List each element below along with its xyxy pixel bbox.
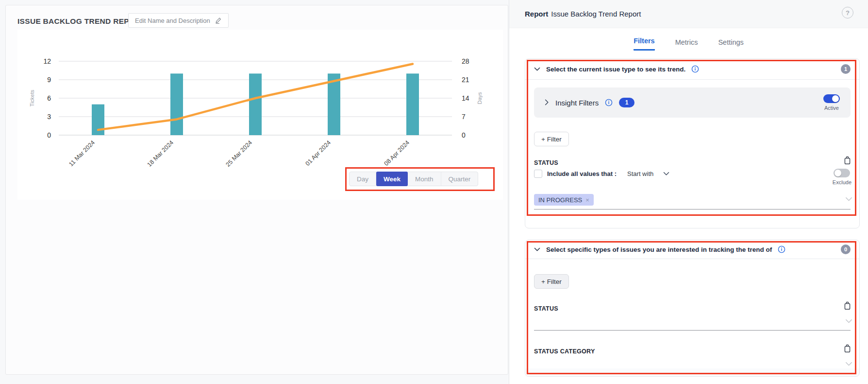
values-dropdown-chevron-icon[interactable]	[845, 197, 852, 202]
granularity-quarter-button[interactable]: Quarter	[441, 172, 478, 186]
panel-header-label: Report	[525, 10, 548, 18]
status-value-label: IN PROGRESS	[538, 196, 582, 204]
remove-value-icon[interactable]: ×	[585, 196, 589, 204]
select-underline	[534, 209, 851, 209]
include-all-checkbox[interactable]	[534, 170, 542, 178]
help-icon[interactable]: ?	[842, 7, 853, 18]
svg-text:0: 0	[462, 131, 466, 139]
delete-status-filter-button[interactable]	[843, 156, 851, 165]
include-all-label: Include all values that :	[547, 170, 617, 177]
filter-section-current-issue-type: Select the current issue type to see its…	[525, 58, 860, 228]
delete-status-category-filter-button[interactable]	[843, 344, 851, 353]
info-icon[interactable]	[778, 245, 785, 253]
svg-text:Tickets: Tickets	[29, 89, 35, 106]
active-toggle-label: Active	[824, 105, 839, 111]
svg-text:11 Mar 2024: 11 Mar 2024	[67, 139, 96, 168]
panel-header: Report Issue Backlog Trend Report	[509, 0, 868, 28]
operator-select[interactable]: Start with	[627, 170, 669, 177]
chevron-right-icon[interactable]	[545, 99, 549, 106]
chevron-down-icon[interactable]	[534, 67, 540, 71]
svg-text:14: 14	[462, 94, 469, 102]
exclude-toggle[interactable]	[834, 169, 850, 177]
status-category-dropdown-chevron-icon[interactable]	[845, 362, 852, 367]
svg-text:25 Mar 2024: 25 Mar 2024	[225, 139, 254, 168]
toggle-knob	[835, 170, 841, 176]
granularity-toggle: Day Week Month Quarter	[349, 172, 478, 186]
active-toggle[interactable]	[823, 94, 840, 103]
section2-title: Select specific types of issues you are …	[546, 246, 772, 253]
edit-name-label: Edit Name and Description	[135, 17, 210, 24]
tab-settings[interactable]: Settings	[718, 38, 743, 51]
insight-filters-label: Insight Filters	[555, 99, 599, 107]
include-values-row: Include all values that : Start with	[534, 170, 669, 178]
svg-text:0: 0	[47, 131, 51, 139]
svg-text:08 Apr 2024: 08 Apr 2024	[383, 139, 411, 167]
section2-footer	[525, 368, 859, 376]
status-field-label: STATUS	[534, 305, 558, 312]
granularity-day-button[interactable]: Day	[350, 172, 376, 186]
exclude-toggle-group: Exclude	[833, 169, 851, 185]
section2-header: Select specific types of issues you are …	[525, 240, 859, 259]
status-field-label: STATUS	[534, 159, 558, 166]
operator-value: Start with	[627, 170, 653, 177]
pencil-icon	[215, 17, 222, 24]
svg-text:21: 21	[462, 76, 469, 84]
exclude-toggle-label: Exclude	[833, 179, 851, 185]
tab-metrics[interactable]: Metrics	[675, 38, 698, 51]
panel-tabs: Filters Metrics Settings	[509, 28, 868, 51]
svg-text:12: 12	[43, 57, 51, 65]
active-toggle-group: Active	[823, 94, 840, 111]
panel-header-title: Issue Backlog Trend Report	[551, 10, 641, 18]
trash-icon	[843, 304, 851, 312]
svg-text:28: 28	[462, 57, 469, 65]
section1-header: Select the current issue type to see its…	[525, 59, 859, 80]
svg-text:7: 7	[462, 113, 466, 121]
chevron-down-icon	[663, 172, 669, 176]
toggle-knob	[832, 95, 839, 102]
info-icon[interactable]	[605, 99, 613, 106]
report-canvas-card: ISSUE BACKLOG TREND REPORT Edit Name and…	[5, 5, 508, 375]
section1-count-badge: 1	[841, 64, 851, 74]
status-category-field-label: STATUS CATEGORY	[534, 348, 595, 355]
add-filter-button[interactable]: + Filter	[534, 132, 569, 146]
report-settings-panel: Report Issue Backlog Trend Report ? Filt…	[509, 0, 868, 384]
trash-icon	[843, 347, 851, 354]
svg-text:18 Mar 2024: 18 Mar 2024	[146, 139, 175, 168]
select-underline	[534, 330, 851, 331]
delete-status-filter-button[interactable]	[843, 301, 851, 310]
annotation-box-section1	[527, 60, 856, 216]
info-icon[interactable]	[691, 65, 699, 73]
svg-text:9: 9	[47, 76, 51, 84]
granularity-month-button[interactable]: Month	[408, 172, 441, 186]
insight-filters-card: Insight Filters 1 Active	[534, 87, 851, 118]
trash-icon	[843, 159, 851, 166]
filter-section-specific-issue-types: Select specific types of issues you are …	[525, 240, 860, 377]
page-title: ISSUE BACKLOG TREND REPORT	[17, 17, 146, 26]
add-filter-button[interactable]: + Filter	[534, 274, 569, 289]
svg-text:6: 6	[47, 94, 51, 102]
edit-name-button[interactable]: Edit Name and Description	[128, 13, 229, 28]
status-dropdown-chevron-icon[interactable]	[845, 319, 852, 324]
chevron-down-icon[interactable]	[534, 247, 540, 252]
svg-text:01 Apr 2024: 01 Apr 2024	[304, 139, 333, 167]
granularity-week-button[interactable]: Week	[376, 172, 408, 186]
insight-filters-count-badge: 1	[619, 98, 634, 107]
section2-count-badge: 0	[841, 244, 851, 254]
svg-text:Days: Days	[477, 92, 483, 105]
section1-title: Select the current issue type to see its…	[546, 66, 685, 73]
status-value-chip: IN PROGRESS ×	[534, 194, 594, 206]
svg-text:3: 3	[47, 113, 51, 121]
tab-filters[interactable]: Filters	[634, 37, 655, 51]
